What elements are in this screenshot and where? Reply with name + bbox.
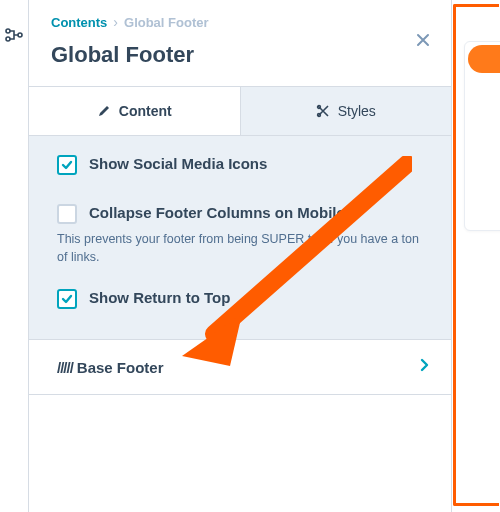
label-return-top: Show Return to Top [89,288,230,308]
field-show-social: Show Social Media Icons [57,154,431,175]
close-button[interactable] [413,30,433,50]
accordion-base-footer[interactable]: /////Base Footer [29,340,451,395]
check-icon [60,158,74,172]
svg-point-1 [6,37,10,41]
breadcrumb-root[interactable]: Contents [51,15,107,30]
field-collapse-columns: Collapse Footer Columns on Mobile This p… [57,203,431,266]
page-title: Global Footer [51,42,431,68]
scissors-icon [316,104,330,118]
panel-header: Contents › Global Footer Global Footer [29,0,451,86]
checkbox-show-social[interactable] [57,155,77,175]
help-collapse-columns: This prevents your footer from being SUP… [57,230,431,266]
content-section: Show Social Media Icons Collapse Footer … [29,136,451,340]
breadcrumb: Contents › Global Footer [51,14,431,30]
chevron-right-icon [419,358,429,376]
editor-panel: Contents › Global Footer Global Footer C… [28,0,452,512]
tabs: Content Styles [29,86,451,136]
checkbox-return-top[interactable] [57,289,77,309]
label-show-social: Show Social Media Icons [89,154,267,174]
preview-pane [453,4,499,506]
field-return-top: Show Return to Top [57,288,431,309]
preview-accent [468,45,500,73]
chevron-right-icon: › [113,14,118,30]
breadcrumb-current: Global Footer [124,15,209,30]
label-collapse-columns: Collapse Footer Columns on Mobile [89,203,345,223]
app-rail [0,0,28,512]
close-icon [415,32,431,48]
checkbox-collapse-columns[interactable] [57,204,77,224]
svg-point-2 [18,33,22,37]
svg-point-0 [6,29,10,33]
workflow-icon [5,26,23,44]
pencil-icon [97,104,111,118]
tab-content-label: Content [119,103,172,119]
accordion-label: /////Base Footer [57,359,164,376]
tab-styles[interactable]: Styles [241,87,452,135]
tab-styles-label: Styles [338,103,376,119]
check-icon [60,292,74,306]
tab-content[interactable]: Content [29,87,241,135]
